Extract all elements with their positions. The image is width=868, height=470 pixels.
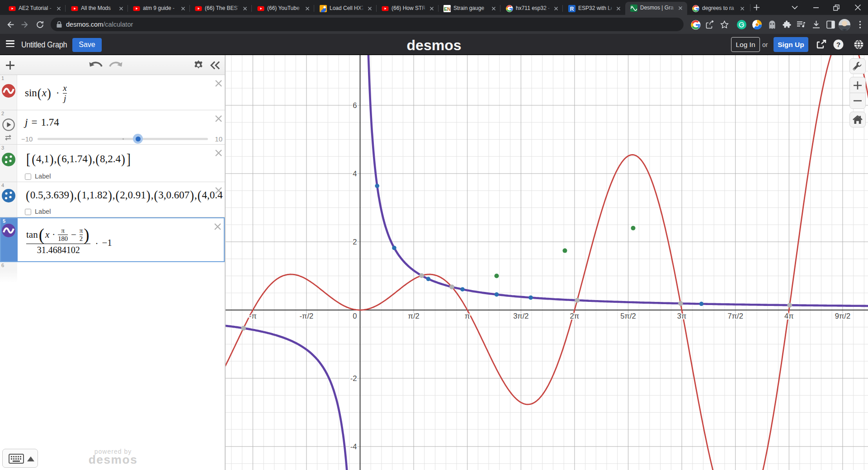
svg-text:-π: -π [249,312,257,320]
svg-text:?: ? [836,41,840,48]
svg-text:0: 0 [353,312,357,320]
svg-text:7π/2: 7π/2 [728,312,743,320]
svg-text:-2: -2 [350,374,357,382]
svg-text:-π/2: -π/2 [300,312,314,320]
svg-text:R: R [570,6,574,12]
svg-text:-4: -4 [350,442,357,451]
svg-text:4: 4 [353,169,357,178]
svg-text:N: N [447,6,451,12]
svg-text:2π: 2π [570,312,580,320]
svg-text:π: π [465,312,470,320]
svg-text:2: 2 [353,238,357,246]
svg-text:6: 6 [353,101,357,109]
svg-text:π/2: π/2 [408,312,420,320]
svg-text:4π: 4π [784,312,794,320]
svg-text:9π/2: 9π/2 [835,312,850,320]
svg-text:3π/2: 3π/2 [513,312,528,320]
svg-text:3π: 3π [677,312,687,320]
svg-text:5π/2: 5π/2 [620,312,636,320]
